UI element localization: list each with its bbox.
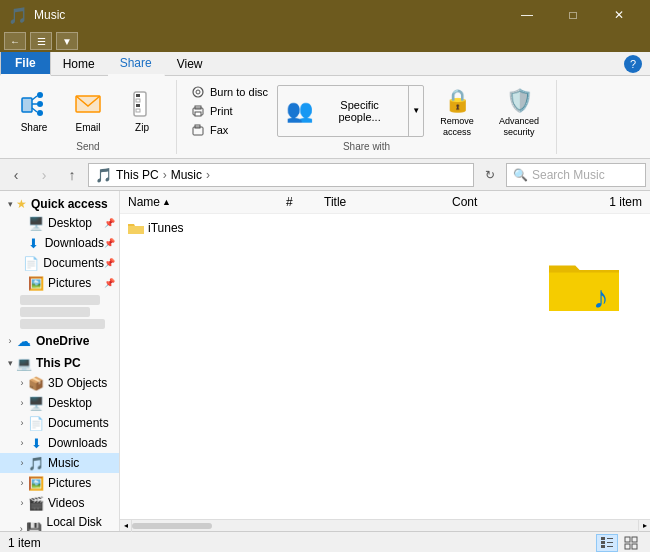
sidebar-item-3dobjects[interactable]: › 📦 3D Objects: [0, 373, 119, 393]
specific-dropdown-button[interactable]: ▼: [409, 86, 423, 136]
burn-button[interactable]: Burn to disc: [185, 83, 273, 101]
col-name-label: Name: [128, 195, 160, 209]
ribbon-tabs: File Home Share View ?: [0, 52, 650, 76]
share-button[interactable]: Share: [8, 82, 60, 140]
sidebar-this-pc-header[interactable]: ▾ 💻 This PC: [0, 353, 119, 373]
itunes-label: iTunes: [148, 221, 184, 235]
documents-pc-icon: 📄: [28, 415, 44, 431]
burn-print-fax: Burn to disc Print: [185, 83, 273, 139]
ribbon-help-button[interactable]: ?: [624, 55, 642, 73]
window-controls: — □ ✕: [504, 0, 642, 30]
svg-point-3: [37, 101, 43, 107]
advanced-security-button[interactable]: 🛡️ Advancedsecurity: [490, 86, 548, 140]
downloads-pc-label: Downloads: [48, 436, 107, 450]
qa-back-button[interactable]: ←: [4, 32, 26, 50]
desktop-qa-pin: 📌: [104, 218, 115, 228]
app-icon: 🎵: [8, 6, 28, 25]
videos-pc-label: Videos: [48, 496, 84, 510]
downloads-qa-label: Downloads: [45, 236, 104, 250]
sidebar-onedrive-header[interactable]: › ☁ OneDrive: [0, 331, 119, 351]
addr-music[interactable]: Music: [171, 168, 202, 182]
quick-access-caret: ▾: [4, 198, 16, 210]
tab-home[interactable]: Home: [51, 52, 108, 76]
sidebar-item-pictures-pc[interactable]: › 🖼️ Pictures: [0, 473, 119, 493]
forward-button[interactable]: ›: [32, 163, 56, 187]
qa-properties-button[interactable]: ☰: [30, 32, 52, 50]
sidebar-item-desktop-qa[interactable]: 🖥️ Desktop 📌: [0, 213, 119, 233]
address-bar[interactable]: 🎵 This PC › Music ›: [88, 163, 474, 187]
sidebar-item-pictures-qa[interactable]: 🖼️ Pictures 📌: [0, 273, 119, 293]
tab-share[interactable]: Share: [108, 52, 165, 76]
sidebar-item-localdisk-pc[interactable]: › 💾 Local Disk (C:): [0, 513, 119, 531]
scroll-left-button[interactable]: ◂: [120, 520, 132, 532]
downloads-pc-caret: ›: [16, 437, 28, 449]
onedrive-label: OneDrive: [36, 334, 89, 348]
sidebar-item-downloads-pc[interactable]: › ⬇ Downloads: [0, 433, 119, 453]
sidebar-item-music-pc[interactable]: › 🎵 Music: [0, 453, 119, 473]
refresh-button[interactable]: ↻: [478, 163, 502, 187]
sidebar-item-documents-qa[interactable]: 📄 Documents 📌: [0, 253, 119, 273]
scrollbar-thumb[interactable]: [132, 523, 212, 529]
email-button[interactable]: Email: [62, 82, 114, 140]
sidebar-item-videos-pc[interactable]: › 🎬 Videos: [0, 493, 119, 513]
back-button[interactable]: ‹: [4, 163, 28, 187]
col-name[interactable]: Name ▲: [128, 195, 278, 209]
col-title[interactable]: Title: [324, 195, 444, 209]
search-placeholder: Search Music: [532, 168, 605, 182]
col-cont-label: Cont: [452, 195, 477, 209]
up-button[interactable]: ↑: [60, 163, 84, 187]
burn-icon: [190, 84, 206, 100]
qa-more-button[interactable]: ▼: [56, 32, 78, 50]
close-button[interactable]: ✕: [596, 0, 642, 30]
svg-rect-32: [632, 544, 637, 549]
remove-access-button[interactable]: 🔒 Removeaccess: [428, 86, 486, 140]
sidebar-blurred-3: [20, 319, 105, 329]
zip-label: Zip: [135, 122, 149, 133]
scroll-right-button[interactable]: ▸: [638, 520, 650, 532]
pictures-pc-icon: 🖼️: [28, 475, 44, 491]
ribbon-group-send: Share Email: [0, 80, 177, 154]
col-name-sort: ▲: [162, 197, 171, 207]
file-item-itunes[interactable]: iTunes: [124, 218, 344, 238]
main-area: ▾ ★ Quick access 🖥️ Desktop 📌 ⬇ Download…: [0, 191, 650, 531]
desktop-qa-label: Desktop: [48, 216, 92, 230]
sidebar-item-desktop-pc[interactable]: › 🖥️ Desktop: [0, 393, 119, 413]
svg-point-15: [193, 87, 203, 97]
fax-button[interactable]: Fax: [185, 121, 273, 139]
quick-access-label: Quick access: [31, 197, 108, 211]
item-count: 1 item: [609, 195, 642, 209]
scrollbar-track[interactable]: [132, 522, 638, 530]
svg-rect-0: [22, 98, 32, 112]
tab-file[interactable]: File: [0, 52, 51, 76]
specific-people-button[interactable]: 👥 Specific people...: [278, 86, 408, 136]
large-icons-view-button[interactable]: [620, 534, 642, 552]
tab-view[interactable]: View: [165, 52, 216, 76]
sidebar-item-downloads-qa[interactable]: ⬇ Downloads 📌: [0, 233, 119, 253]
col-number[interactable]: #: [286, 195, 316, 209]
status-bar: 1 item: [0, 531, 650, 552]
minimize-button[interactable]: —: [504, 0, 550, 30]
onedrive-caret: ›: [4, 335, 16, 347]
svg-point-4: [37, 110, 43, 116]
title-bar-left: 🎵 Music: [8, 6, 65, 25]
this-pc-caret: ▾: [4, 357, 16, 369]
share-icon: [18, 88, 50, 120]
details-view-button[interactable]: [596, 534, 618, 552]
svg-rect-25: [601, 541, 605, 544]
3dobjects-icon: 📦: [28, 375, 44, 391]
navigation-bar: ‹ › ↑ 🎵 This PC › Music › ↻ 🔍 Search Mus…: [0, 159, 650, 191]
sidebar-item-documents-pc[interactable]: › 📄 Documents: [0, 413, 119, 433]
maximize-button[interactable]: □: [550, 0, 596, 30]
zip-button[interactable]: Zip: [116, 82, 168, 140]
content-scrollbar[interactable]: ◂ ▸: [120, 519, 650, 531]
print-button[interactable]: Print: [185, 102, 273, 120]
sidebar-quick-access-header[interactable]: ▾ ★ Quick access: [0, 195, 119, 213]
desktop-pc-icon: 🖥️: [28, 395, 44, 411]
share-with-buttons: Burn to disc Print: [185, 80, 548, 141]
svg-rect-14: [136, 109, 140, 112]
svg-rect-11: [136, 94, 140, 97]
print-label: Print: [210, 105, 233, 117]
search-box[interactable]: 🔍 Search Music: [506, 163, 646, 187]
addr-this-pc[interactable]: This PC: [116, 168, 159, 182]
col-contributing[interactable]: Cont: [452, 195, 601, 209]
